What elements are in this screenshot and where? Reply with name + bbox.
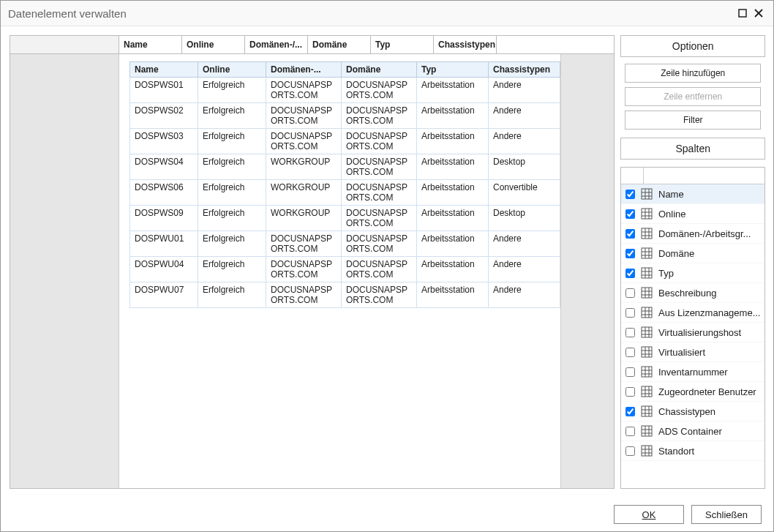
table-icon (641, 366, 653, 378)
svg-rect-38 (642, 327, 652, 337)
column-choice[interactable]: Zugeordneter Benutzer (621, 382, 764, 402)
cell-group: DOCUSNAPSPORTS.COM (266, 257, 342, 282)
add-row-button[interactable]: Zeile hinzufügen (625, 64, 761, 83)
cell-domain: DOCUSNAPSPORTS.COM (342, 206, 417, 231)
column-choice[interactable]: Aus Lizenzmanageme... (621, 303, 764, 323)
cell-online: Erfolgreich (198, 231, 266, 257)
column-checkbox[interactable] (625, 229, 635, 239)
column-checkbox[interactable] (625, 407, 635, 416)
svg-rect-18 (642, 248, 652, 258)
column-choice[interactable]: Domänen-/Arbeitsgr... (621, 224, 764, 244)
column-checkbox[interactable] (625, 367, 635, 377)
preview-col-1[interactable]: Online (198, 62, 266, 78)
column-choice[interactable]: ADS Container (621, 422, 764, 441)
column-choice[interactable]: Virtualisiert (621, 342, 764, 362)
column-checkbox[interactable] (625, 446, 635, 456)
table-icon (641, 188, 653, 200)
outer-col-1[interactable]: Online (182, 36, 245, 53)
column-checkbox[interactable] (625, 348, 635, 357)
preview-row[interactable]: DOSPWS01ErfolgreichDOCUSNAPSPORTS.COMDOC… (130, 78, 560, 103)
cell-group: DOCUSNAPSPORTS.COM (266, 231, 342, 257)
cell-type: Arbeitsstation (417, 180, 489, 206)
column-choice[interactable]: Inventarnummer (621, 362, 764, 382)
column-choice[interactable]: Typ (621, 263, 764, 283)
column-choice[interactable]: Domäne (621, 244, 764, 263)
outer-col-0[interactable]: Name (119, 36, 182, 53)
svg-rect-63 (642, 426, 652, 436)
preview-table: NameOnlineDomänen-...DomäneTypChassistyp… (129, 61, 560, 308)
column-checkbox[interactable] (625, 249, 635, 258)
maximize-button[interactable] (735, 6, 750, 20)
close-icon (754, 9, 763, 18)
preview-col-4[interactable]: Typ (417, 62, 489, 78)
column-label: Typ (658, 268, 674, 279)
table-icon (641, 326, 653, 338)
preview-row[interactable]: DOSPWU04ErfolgreichDOCUSNAPSPORTS.COMDOC… (130, 257, 560, 282)
table-icon (641, 425, 653, 437)
outer-col-3[interactable]: Domäne (308, 36, 371, 53)
column-checkbox[interactable] (625, 190, 635, 199)
column-label: Online (658, 209, 686, 220)
column-checkbox[interactable] (625, 308, 635, 318)
preview-row[interactable]: DOSPWS09ErfolgreichWORKGROUPDOCUSNAPSPOR… (130, 206, 560, 231)
columns-box: NameOnlineDomänen-/Arbeitsgr...DomäneTyp… (620, 167, 765, 489)
column-checkbox[interactable] (625, 269, 635, 278)
left-gutter (10, 54, 119, 488)
preview-row[interactable]: DOSPWS06ErfolgreichWORKGROUPDOCUSNAPSPOR… (130, 180, 560, 206)
cell-chassis: Desktop (489, 154, 560, 180)
maximize-icon (738, 9, 747, 18)
close-button[interactable] (751, 6, 766, 20)
dialog-footer: OK Schließen (1, 498, 773, 531)
column-checkbox[interactable] (625, 288, 635, 298)
preview-row[interactable]: DOSPWS02ErfolgreichDOCUSNAPSPORTS.COMDOC… (130, 103, 560, 129)
title-bar: Datenelement verwalten (1, 1, 773, 26)
column-label: Domäne (658, 248, 694, 259)
column-choice[interactable]: Chassistypen (621, 402, 764, 422)
column-choice[interactable]: Standort (621, 441, 764, 461)
preview-col-0[interactable]: Name (130, 62, 198, 78)
preview-row[interactable]: DOSPWS04ErfolgreichWORKGROUPDOCUSNAPSPOR… (130, 154, 560, 180)
column-label: Chassistypen (658, 406, 715, 417)
column-checkbox[interactable] (625, 328, 635, 337)
preview-row[interactable]: DOSPWS03ErfolgreichDOCUSNAPSPORTS.COMDOC… (130, 129, 560, 154)
cell-group: DOCUSNAPSPORTS.COM (266, 129, 342, 154)
outer-col-4[interactable]: Typ (371, 36, 434, 53)
preview-col-5[interactable]: Chassistypen (489, 62, 560, 78)
preview-col-3[interactable]: Domäne (342, 62, 417, 78)
side-panel: Optionen Zeile hinzufügen Zeile entferne… (620, 35, 765, 489)
column-label: Standort (658, 446, 694, 457)
column-label: Zugeordneter Benutzer (658, 386, 756, 397)
cell-domain: DOCUSNAPSPORTS.COM (342, 257, 417, 282)
column-checkbox[interactable] (625, 209, 635, 219)
preview-row[interactable]: DOSPWU01ErfolgreichDOCUSNAPSPORTS.COMDOC… (130, 231, 560, 257)
outer-column-header: NameOnlineDomänen-/...DomäneTypChassisty… (10, 36, 614, 54)
column-checkbox[interactable] (625, 387, 635, 397)
column-choice[interactable]: Online (621, 204, 764, 224)
right-gutter (560, 54, 614, 488)
svg-rect-0 (739, 10, 746, 17)
ok-button[interactable]: OK (614, 505, 684, 524)
cell-chassis: Andere (489, 231, 560, 257)
cell-name: DOSPWS09 (130, 206, 198, 231)
filter-button[interactable]: Filter (625, 110, 761, 130)
cell-group: WORKGROUP (266, 206, 342, 231)
column-choice[interactable]: Beschreibung (621, 283, 764, 303)
close-button-footer[interactable]: Schließen (691, 505, 762, 524)
cell-chassis: Andere (489, 103, 560, 129)
outer-col-2[interactable]: Domänen-/... (245, 36, 308, 53)
cell-online: Erfolgreich (198, 282, 266, 308)
preview-col-2[interactable]: Domänen-... (266, 62, 342, 78)
column-choice[interactable]: Name (621, 184, 764, 204)
cell-type: Arbeitsstation (417, 282, 489, 308)
table-icon (641, 228, 653, 239)
table-icon (641, 287, 653, 299)
column-checkbox[interactable] (625, 427, 635, 436)
cell-chassis: Andere (489, 129, 560, 154)
outer-col-5[interactable]: Chassistypen (434, 36, 497, 53)
preview-row[interactable]: DOSPWU07ErfolgreichDOCUSNAPSPORTS.COMDOC… (130, 282, 560, 308)
column-choice[interactable]: Virtualisierungshost (621, 323, 764, 342)
cell-chassis: Desktop (489, 206, 560, 231)
cell-type: Arbeitsstation (417, 78, 489, 103)
cell-online: Erfolgreich (198, 78, 266, 103)
table-icon (641, 267, 653, 279)
